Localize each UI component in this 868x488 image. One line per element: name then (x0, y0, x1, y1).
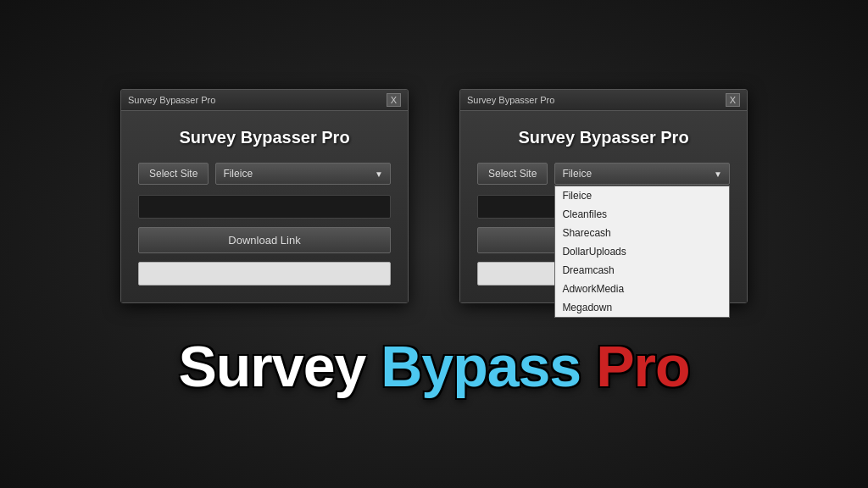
controls-row-2: Select Site Fileice ▼ FileiceCleanfilesS… (477, 163, 730, 185)
window-title-1: Survey Bypasser Pro (128, 95, 215, 105)
titlebar-2: Survey Bypasser Pro X (460, 90, 747, 111)
url-input-1[interactable] (138, 195, 391, 219)
window-body-1: Survey Bypasser Pro Select Site Fileice … (121, 111, 408, 302)
result-input-1[interactable] (138, 262, 391, 286)
window-2: Survey Bypasser Pro X Survey Bypasser Pr… (459, 89, 748, 303)
dropdown-arrow-1: ▼ (375, 169, 383, 179)
app-title-2: Survey Bypasser Pro (477, 128, 730, 147)
select-site-button-1[interactable]: Select Site (138, 163, 209, 185)
big-title: Survey Bypass Pro (178, 333, 689, 399)
windows-row: Survey Bypasser Pro X Survey Bypasser Pr… (120, 89, 748, 303)
download-button-1[interactable]: Download Link (138, 227, 391, 253)
dropdown-item[interactable]: Megadown (555, 298, 729, 317)
dropdown-menu-2: FileiceCleanfilesSharecashDollarUploadsD… (554, 186, 730, 318)
close-button-2[interactable]: X (726, 93, 740, 107)
window-body-2: Survey Bypasser Pro Select Site Fileice … (460, 111, 747, 302)
dropdown-value-1: Fileice (223, 168, 253, 180)
dropdown-container-2: Fileice ▼ FileiceCleanfilesSharecashDoll… (554, 163, 730, 185)
dropdown-item[interactable]: AdworkMedia (555, 280, 729, 298)
app-title-1: Survey Bypasser Pro (138, 128, 391, 147)
dropdown-2[interactable]: Fileice ▼ (554, 163, 730, 185)
dropdown-item[interactable]: Sharecash (555, 224, 729, 242)
big-title-bypass: Bypass (381, 333, 581, 399)
dropdown-value-2: Fileice (562, 168, 592, 180)
window-1: Survey Bypasser Pro X Survey Bypasser Pr… (120, 89, 409, 303)
dropdown-item[interactable]: Dreamcash (555, 261, 729, 280)
controls-row-1: Select Site Fileice ▼ (138, 163, 391, 185)
dropdown-item[interactable]: Fileice (555, 186, 729, 205)
dropdown-item[interactable]: DollarUploads (555, 242, 729, 261)
close-button-1[interactable]: X (387, 93, 401, 107)
window-title-2: Survey Bypasser Pro (467, 95, 554, 105)
big-title-survey: Survey (178, 333, 365, 399)
dropdown-item[interactable]: Cleanfiles (555, 205, 729, 224)
dropdown-1[interactable]: Fileice ▼ (215, 163, 391, 185)
titlebar-1: Survey Bypasser Pro X (121, 90, 408, 111)
dropdown-arrow-2: ▼ (714, 169, 722, 179)
select-site-button-2[interactable]: Select Site (477, 163, 548, 185)
dropdown-container-1: Fileice ▼ (215, 163, 391, 185)
big-title-pro: Pro (596, 333, 689, 399)
